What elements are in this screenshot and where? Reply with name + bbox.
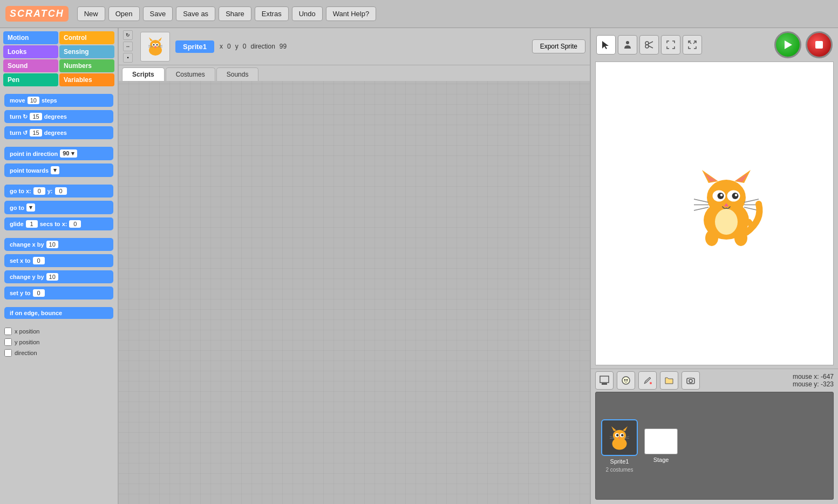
svg-rect-53: [689, 377, 692, 379]
block-turn-cw[interactable]: turn ↻ 15 degrees: [4, 110, 113, 123]
fullscreen-icon: [666, 40, 676, 50]
block-dropdown-goto[interactable]: ▾: [26, 203, 35, 212]
tool-person[interactable]: [618, 35, 637, 55]
tool-pointer[interactable]: [596, 35, 616, 55]
block-input-turn-cw[interactable]: 15: [30, 113, 42, 120]
sprite-mini-controls: ↻ ↔ •: [123, 30, 133, 63]
mouse-x-value: -647: [821, 373, 834, 380]
svg-line-36: [694, 199, 708, 202]
svg-marker-3: [158, 37, 162, 41]
save-as-button[interactable]: Save as: [176, 6, 215, 21]
block-input-glide-x[interactable]: 0: [69, 220, 81, 228]
block-input-steps[interactable]: 10: [28, 97, 39, 104]
block-change-x[interactable]: change x by 10: [4, 238, 113, 251]
right-panel: mouse x: -647 mouse y: -323: [590, 28, 838, 504]
checkbox-direction-input[interactable]: [4, 349, 12, 357]
blocks-area: move 10 steps turn ↻ 15 degrees turn ↺ 1…: [0, 90, 118, 504]
green-flag-button[interactable]: [774, 31, 801, 58]
stop-button[interactable]: [806, 31, 833, 58]
tab-scripts[interactable]: Scripts: [122, 67, 165, 81]
block-input-set-y[interactable]: 0: [33, 289, 45, 297]
cat-variables[interactable]: Variables: [59, 73, 114, 86]
sprite-name[interactable]: Sprite1: [175, 40, 214, 53]
block-turn-ccw[interactable]: turn ↺ 15 degrees: [4, 126, 113, 139]
cat-motion[interactable]: Motion: [3, 31, 58, 44]
block-label: if on edge, bounce: [10, 310, 62, 316]
sprite-direction-label: direction: [250, 43, 275, 50]
block-glide[interactable]: glide 1 secs to x: 0: [4, 217, 113, 230]
undo-button[interactable]: Undo: [292, 6, 323, 21]
tab-costumes[interactable]: Costumes: [166, 67, 215, 81]
block-goto[interactable]: go to ▾: [4, 201, 113, 214]
bottom-toolbar: mouse x: -647 mouse y: -323: [591, 369, 838, 392]
block-move[interactable]: move 10 steps: [4, 94, 113, 107]
middle-panel: ↻ ↔ •: [119, 28, 590, 504]
svg-rect-22: [815, 41, 823, 49]
block-point-towards[interactable]: point towards ▾: [4, 164, 113, 177]
tool-scissors[interactable]: [639, 35, 659, 55]
block-suffix: degrees: [44, 130, 67, 136]
tool-paint[interactable]: [638, 371, 657, 390]
folder-icon: [664, 376, 674, 385]
cat-looks[interactable]: Looks: [3, 45, 58, 58]
block-input-x[interactable]: 0: [33, 187, 45, 195]
block-bounce[interactable]: if on edge, bounce: [4, 307, 113, 319]
extras-button[interactable]: Extras: [255, 6, 289, 21]
sprite1-thumbnail: [601, 419, 638, 456]
sprite-flip-icon[interactable]: ↔: [123, 42, 133, 51]
block-input-glide-secs[interactable]: 1: [26, 220, 38, 228]
tool-shrink[interactable]: [683, 35, 702, 55]
stop-icon: [813, 39, 825, 51]
block-input-set-x[interactable]: 0: [33, 257, 45, 264]
svg-line-38: [694, 207, 708, 210]
sprite-rotate-icon[interactable]: ↻: [123, 30, 133, 40]
cat-pen[interactable]: Pen: [3, 73, 58, 86]
new-button[interactable]: New: [77, 6, 105, 21]
cat-sound[interactable]: Sound: [3, 59, 58, 72]
open-button[interactable]: Open: [108, 6, 140, 21]
block-set-y[interactable]: set y to 0: [4, 287, 113, 299]
block-input-y[interactable]: 0: [55, 187, 67, 195]
checkbox-y-input[interactable]: [4, 338, 12, 346]
scripts-area[interactable]: [119, 81, 590, 504]
block-dropdown-direction[interactable]: 90 ▾: [60, 149, 77, 158]
svg-point-34: [735, 194, 738, 196]
tool-new-sprite[interactable]: [617, 371, 635, 390]
tool-fullscreen[interactable]: [661, 35, 680, 55]
cat-sprite-img: [678, 155, 775, 253]
sprite-item-sprite1[interactable]: Sprite1 2 costumes: [601, 419, 638, 473]
block-goto-xy[interactable]: go to x: 0 y: 0: [4, 185, 113, 197]
cat-control[interactable]: Control: [59, 31, 114, 44]
tool-camera[interactable]: [682, 371, 700, 390]
tool-stage[interactable]: [595, 371, 614, 390]
checkbox-x-input[interactable]: [4, 328, 12, 335]
block-input-change-y[interactable]: 10: [46, 273, 58, 281]
share-button[interactable]: Share: [219, 6, 251, 21]
block-dropdown-towards[interactable]: ▾: [51, 166, 59, 174]
block-input-change-x[interactable]: 10: [46, 241, 58, 248]
new-sprite-icon: [621, 376, 631, 385]
block-label: turn ↻: [10, 113, 28, 120]
svg-point-61: [621, 434, 624, 437]
export-sprite-button[interactable]: Export Sprite: [532, 39, 585, 53]
save-button[interactable]: Save: [143, 6, 173, 21]
cat-numbers[interactable]: Numbers: [59, 59, 114, 72]
block-point-direction[interactable]: point in direction 90 ▾: [4, 147, 113, 160]
svg-point-14: [626, 41, 629, 44]
block-input-turn-ccw[interactable]: 15: [30, 129, 42, 137]
sprite-dot-icon[interactable]: •: [123, 53, 133, 63]
stage-area[interactable]: [595, 62, 834, 365]
svg-point-55: [613, 430, 626, 441]
help-button[interactable]: Want Help?: [326, 6, 376, 21]
svg-rect-45: [600, 376, 609, 383]
block-label: point in direction: [10, 151, 58, 157]
tool-folder[interactable]: [660, 371, 678, 390]
scissors-icon: [644, 40, 654, 50]
block-change-y[interactable]: change y by 10: [4, 270, 113, 283]
sprite-item-stage[interactable]: Stage: [644, 428, 678, 463]
svg-point-43: [705, 230, 718, 246]
block-set-x[interactable]: set x to 0: [4, 254, 113, 267]
block-label: glide: [10, 221, 24, 227]
tab-sounds[interactable]: Sounds: [216, 67, 259, 81]
cat-sensing[interactable]: Sensing: [59, 45, 114, 58]
